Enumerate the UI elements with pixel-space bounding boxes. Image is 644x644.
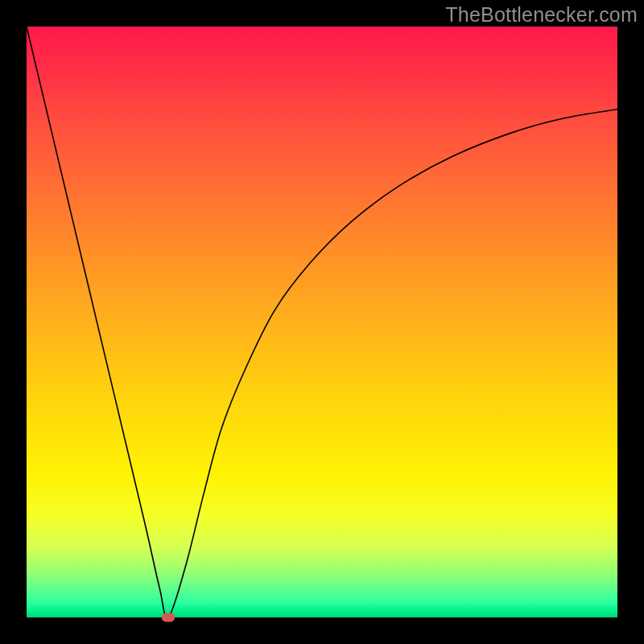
watermark-text: TheBottlenecker.com: [445, 3, 638, 27]
min-marker: [162, 613, 175, 622]
plot-area: [27, 27, 617, 617]
bottleneck-curve: [27, 27, 617, 617]
chart-frame: TheBottlenecker.com: [0, 0, 644, 644]
